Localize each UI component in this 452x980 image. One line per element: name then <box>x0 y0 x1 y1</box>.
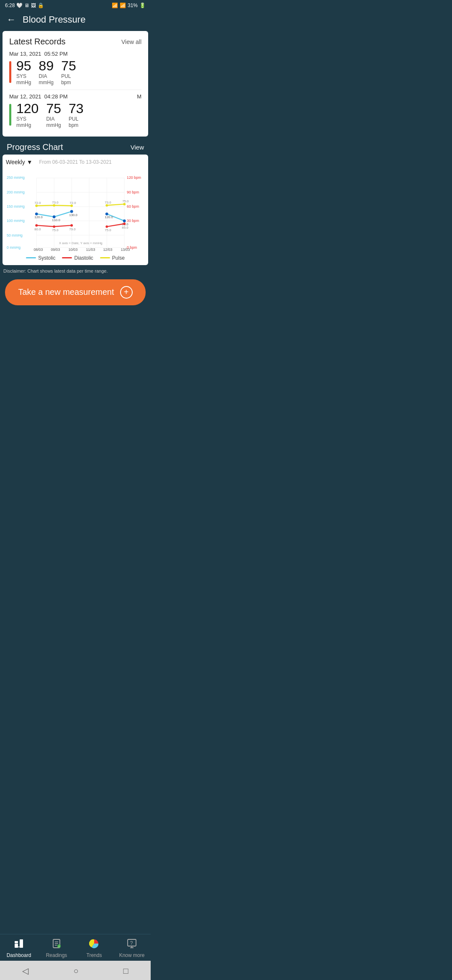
svg-point-41 <box>53 215 56 218</box>
wifi-icon: 📶 <box>112 3 118 8</box>
record-1-dia: 89 DIAmmHg <box>39 59 54 85</box>
status-left: 6:28 🤍 🖥 🖼 🔒 <box>5 3 44 8</box>
record-1-datetime: Mar 13, 2021 05:52 PM <box>9 51 141 57</box>
chart-card: Weekly ▼ From 06-03-2021 To 13-03-2021 2… <box>3 155 148 265</box>
svg-text:0 mmHg: 0 mmHg <box>7 245 21 250</box>
measure-button[interactable]: Take a new measurement + <box>5 279 146 305</box>
svg-text:12/03: 12/03 <box>103 248 112 252</box>
pulse-line-icon <box>100 257 110 258</box>
systolic-line-icon <box>26 257 36 258</box>
pulse-legend-label: Pulse <box>112 255 125 261</box>
svg-point-52 <box>70 224 73 227</box>
svg-text:120.0: 120.0 <box>34 215 43 219</box>
date-range: From 06-03-2021 To 13-03-2021 <box>39 159 112 165</box>
legend-diastolic: Diastolic <box>62 255 93 261</box>
svg-point-51 <box>53 225 55 228</box>
svg-text:73.0: 73.0 <box>52 201 59 204</box>
svg-text:10/03: 10/03 <box>68 248 77 252</box>
app-header: ← Blood Pressure <box>0 10 151 31</box>
record-1-sys: 95 SYSmmHg <box>16 59 31 85</box>
svg-text:79.0: 79.0 <box>69 227 76 231</box>
diastolic-line-icon <box>62 257 72 258</box>
svg-point-54 <box>123 222 126 225</box>
chart-svg: 250 mmHg 200 mmHg 150 mmHg 100 mmHg 50 m… <box>6 169 145 253</box>
record-2: Mar 12, 2021 04:28 PM M 120 SYSmmHg 75 D… <box>9 93 141 128</box>
page-title: Blood Pressure <box>23 14 85 25</box>
card-title: Latest Records <box>9 37 66 46</box>
svg-text:120.0: 120.0 <box>105 215 113 219</box>
measure-btn-icon: + <box>120 286 133 299</box>
svg-text:72.0: 72.0 <box>69 201 76 205</box>
card-header: Latest Records View all <box>9 37 141 46</box>
latest-records-card: Latest Records View all Mar 13, 2021 05:… <box>3 31 148 137</box>
svg-text:72.0: 72.0 <box>34 201 41 205</box>
svg-text:30 bpm: 30 bpm <box>127 219 139 223</box>
svg-text:200 mmHg: 200 mmHg <box>7 190 25 194</box>
record-2-pul: 73 PULbpm <box>69 101 84 128</box>
diastolic-legend-label: Diastolic <box>74 255 93 261</box>
back-button[interactable]: ← <box>7 14 16 25</box>
svg-text:60 bpm: 60 bpm <box>127 204 139 209</box>
svg-text:110.0: 110.0 <box>52 218 60 222</box>
record-2-indicator <box>9 104 11 126</box>
svg-text:85.0: 85.0 <box>122 226 128 230</box>
svg-point-50 <box>35 224 38 227</box>
svg-point-42 <box>70 210 73 213</box>
svg-text:80.0: 80.0 <box>34 227 41 231</box>
chart-view-link[interactable]: View <box>131 144 144 151</box>
svg-text:75.0: 75.0 <box>122 199 129 203</box>
record-2-tag: M <box>137 93 141 100</box>
svg-point-44 <box>123 219 126 222</box>
heart-icon: 🤍 <box>16 3 23 8</box>
svg-text:11/03: 11/03 <box>86 248 95 252</box>
svg-text:100 mmHg: 100 mmHg <box>7 219 25 223</box>
svg-text:75.0: 75.0 <box>52 228 59 232</box>
record-1-pul: 75 PULbpm <box>61 59 76 85</box>
svg-text:120 bpm: 120 bpm <box>127 175 141 180</box>
dropdown-icon: ▼ <box>27 159 33 165</box>
time: 6:28 <box>5 3 15 8</box>
svg-text:X axis = Date, Y axis = mmHg: X axis = Date, Y axis = mmHg <box>59 241 103 245</box>
record-1-indicator <box>9 61 11 83</box>
svg-text:75.0: 75.0 <box>105 228 111 232</box>
monitor-icon: 🖥 <box>24 3 29 8</box>
svg-text:250 mmHg: 250 mmHg <box>7 175 25 180</box>
measure-btn-label: Take a new measurement <box>18 287 114 297</box>
progress-title: Progress Chart <box>7 142 63 152</box>
record-2-values: 120 SYSmmHg 75 DIAmmHg 73 PULbpm <box>16 101 141 128</box>
svg-text:13/03: 13/03 <box>121 248 130 252</box>
chart-controls: Weekly ▼ From 06-03-2021 To 13-03-2021 <box>6 159 145 165</box>
chart-legend: Systolic Diastolic Pulse <box>6 255 145 261</box>
chart-area: 250 mmHg 200 mmHg 150 mmHg 100 mmHg 50 m… <box>6 169 145 253</box>
legend-pulse: Pulse <box>100 255 125 261</box>
svg-text:90 bpm: 90 bpm <box>127 190 139 194</box>
status-bar: 6:28 🤍 🖥 🖼 🔒 📶 📶 31% 🔋 <box>0 0 151 10</box>
weekly-label: Weekly <box>6 159 25 165</box>
record-1: Mar 13, 2021 05:52 PM 95 SYSmmHg 89 DIAm… <box>9 51 141 85</box>
legend-systolic: Systolic <box>26 255 55 261</box>
record-1-row: 95 SYSmmHg 89 DIAmmHg 75 PULbpm <box>9 59 141 85</box>
battery-icon: 🔋 <box>139 3 146 8</box>
record-2-datetime: Mar 12, 2021 04:28 PM M <box>9 93 141 100</box>
svg-text:130.0: 130.0 <box>69 213 77 217</box>
record-2-row: 120 SYSmmHg 75 DIAmmHg 73 PULbpm <box>9 101 141 128</box>
svg-text:09/03: 09/03 <box>51 248 60 252</box>
svg-text:08/03: 08/03 <box>33 248 43 252</box>
record-1-values: 95 SYSmmHg 89 DIAmmHg 75 PULbpm <box>16 59 141 85</box>
weekly-dropdown[interactable]: Weekly ▼ <box>6 159 33 165</box>
svg-text:73.0: 73.0 <box>105 201 111 204</box>
svg-point-53 <box>105 225 108 228</box>
systolic-legend-label: Systolic <box>38 255 55 261</box>
battery-text: 31% <box>128 3 138 8</box>
signal-icon: 📶 <box>120 3 126 8</box>
status-right: 📶 📶 31% 🔋 <box>112 3 146 8</box>
svg-text:150 mmHg: 150 mmHg <box>7 204 25 209</box>
progress-section-header: Progress Chart View <box>0 137 151 155</box>
view-all-link[interactable]: View all <box>121 39 141 45</box>
record-2-sys: 120 SYSmmHg <box>16 101 39 128</box>
image-icon: 🖼 <box>31 3 36 8</box>
disclaimer: Disclaimer: Chart shows latest data per … <box>0 265 151 276</box>
record-2-dia: 75 DIAmmHg <box>46 101 61 128</box>
svg-text:50 mmHg: 50 mmHg <box>7 233 23 237</box>
lock-icon: 🔒 <box>38 3 44 8</box>
